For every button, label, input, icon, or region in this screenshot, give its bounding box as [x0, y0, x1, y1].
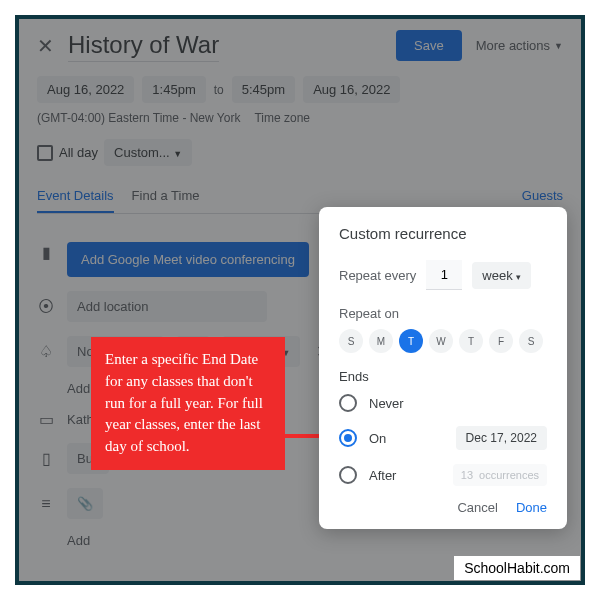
- save-button[interactable]: Save: [396, 30, 462, 61]
- ends-never-radio[interactable]: [339, 394, 357, 412]
- cancel-button[interactable]: Cancel: [457, 500, 497, 515]
- timezone-link[interactable]: Time zone: [254, 111, 310, 125]
- day-tue[interactable]: T: [399, 329, 423, 353]
- day-mon[interactable]: M: [369, 329, 393, 353]
- instruction-callout: Enter a specific End Date for any classe…: [91, 337, 285, 470]
- day-wed[interactable]: W: [429, 329, 453, 353]
- tab-find-time[interactable]: Find a Time: [132, 188, 200, 213]
- close-icon[interactable]: ✕: [37, 34, 54, 58]
- to-label: to: [214, 83, 224, 97]
- modal-title: Custom recurrence: [339, 225, 547, 242]
- timezone-display: (GMT-04:00) Eastern Time - New York: [37, 111, 240, 125]
- done-button[interactable]: Done: [516, 500, 547, 515]
- day-fri[interactable]: F: [489, 329, 513, 353]
- ends-after-radio[interactable]: [339, 466, 357, 484]
- briefcase-icon: ▯: [37, 449, 55, 468]
- ends-after-label: After: [369, 468, 396, 483]
- end-date[interactable]: Aug 16, 2022: [303, 76, 400, 103]
- video-icon: ▮: [37, 243, 55, 262]
- ends-on-radio[interactable]: [339, 429, 357, 447]
- day-sat[interactable]: S: [519, 329, 543, 353]
- calendar-icon: ▭: [37, 410, 55, 429]
- attach-button[interactable]: 📎: [67, 488, 103, 519]
- ends-on-label: On: [369, 431, 386, 446]
- recurrence-select[interactable]: Custom... ▼: [104, 139, 192, 166]
- day-picker: S M T W T F S: [339, 329, 547, 353]
- event-title-input[interactable]: History of War: [68, 29, 219, 62]
- repeat-every-label: Repeat every: [339, 268, 416, 283]
- day-sun[interactable]: S: [339, 329, 363, 353]
- location-icon: ⦿: [37, 298, 55, 316]
- start-time[interactable]: 1:45pm: [142, 76, 205, 103]
- ends-label: Ends: [339, 369, 547, 384]
- description-icon: ≡: [37, 495, 55, 513]
- ends-on-date[interactable]: Dec 17, 2022: [456, 426, 547, 450]
- allday-checkbox[interactable]: [37, 145, 53, 161]
- custom-recurrence-modal: Custom recurrence Repeat every week ▾ Re…: [319, 207, 567, 529]
- watermark: SchoolHabit.com: [454, 556, 580, 580]
- add-meet-button[interactable]: Add Google Meet video conferencing: [67, 242, 309, 277]
- occurrences-input[interactable]: 13occurrences: [453, 464, 547, 486]
- tab-event-details[interactable]: Event Details: [37, 188, 114, 213]
- location-input[interactable]: Add location: [67, 291, 267, 322]
- more-actions-menu[interactable]: More actions▼: [476, 38, 563, 53]
- ends-never-label: Never: [369, 396, 404, 411]
- day-thu[interactable]: T: [459, 329, 483, 353]
- start-date[interactable]: Aug 16, 2022: [37, 76, 134, 103]
- description-placeholder[interactable]: Add: [67, 533, 90, 548]
- bell-icon: ♤: [37, 342, 55, 361]
- repeat-on-label: Repeat on: [339, 306, 547, 321]
- repeat-unit-select[interactable]: week ▾: [472, 262, 531, 289]
- repeat-count-input[interactable]: [426, 260, 462, 290]
- allday-label: All day: [59, 145, 98, 160]
- chevron-down-icon: ▼: [173, 149, 182, 159]
- end-time[interactable]: 5:45pm: [232, 76, 295, 103]
- chevron-down-icon: ▼: [554, 41, 563, 51]
